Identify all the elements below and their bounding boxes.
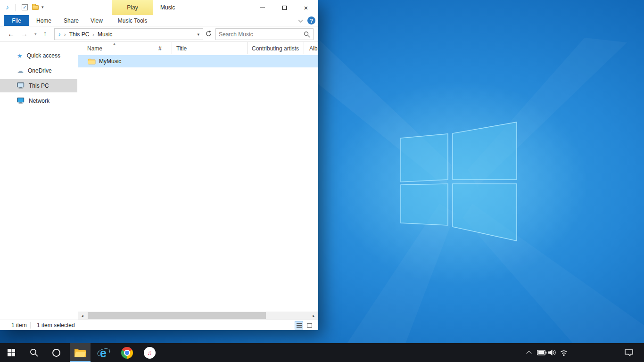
close-button[interactable]: × bbox=[295, 0, 317, 15]
sidebar-label: Network bbox=[29, 98, 50, 104]
up-button[interactable]: ↑ bbox=[43, 30, 47, 37]
minimize-icon bbox=[260, 8, 265, 8]
titlebar-divider bbox=[15, 4, 16, 11]
sidebar-item-quick-access[interactable]: ★ Quick access bbox=[0, 49, 77, 62]
scrollbar-thumb[interactable] bbox=[88, 312, 266, 319]
show-hidden-icons-button[interactable] bbox=[524, 343, 534, 362]
sidebar-item-network[interactable]: Network bbox=[0, 94, 77, 107]
details-view-icon bbox=[297, 323, 302, 328]
address-bar[interactable]: ♪ › This PC › Music ▾ bbox=[54, 28, 203, 40]
search-icon bbox=[30, 348, 39, 357]
sidebar-label: This PC bbox=[29, 82, 49, 89]
tab-view[interactable]: View bbox=[84, 15, 109, 26]
music-app-icon: ♪ bbox=[6, 3, 9, 11]
breadcrumb-music[interactable]: Music bbox=[98, 31, 112, 38]
internet-explorer-icon: e bbox=[97, 346, 111, 360]
refresh-button[interactable] bbox=[205, 30, 212, 39]
scroll-left-icon[interactable]: ◂ bbox=[78, 312, 86, 320]
sidebar-label: Quick access bbox=[27, 52, 60, 59]
ribbon-tabs: File Home Share View Music Tools ? bbox=[0, 15, 318, 26]
back-button[interactable]: ← bbox=[8, 30, 15, 38]
horizontal-scrollbar[interactable]: ◂ ▸ bbox=[78, 312, 318, 320]
status-bar: 1 item 1 item selected bbox=[0, 320, 318, 330]
battery-tray-button[interactable] bbox=[536, 343, 547, 362]
sidebar-item-onedrive[interactable]: ☁ OneDrive bbox=[0, 64, 77, 77]
file-list-pane: ▲ Name # Title Contributing artists Alb … bbox=[78, 42, 318, 312]
help-button[interactable]: ? bbox=[307, 16, 315, 25]
status-divider bbox=[30, 322, 31, 329]
minimize-button[interactable] bbox=[252, 0, 273, 15]
tab-music-tools[interactable]: Music Tools bbox=[112, 15, 153, 26]
action-center-icon bbox=[624, 349, 634, 357]
file-explorer-window: ♪ ✓ ▾ Play Music × File Home Share View … bbox=[0, 0, 318, 330]
selection-count: 1 item selected bbox=[37, 322, 75, 329]
breadcrumb-this-pc[interactable]: This PC bbox=[69, 31, 90, 38]
itunes-icon: ♫ bbox=[144, 347, 156, 359]
start-button[interactable] bbox=[1, 343, 22, 362]
file-name: MyMusic bbox=[99, 58, 121, 65]
cortana-icon bbox=[52, 349, 60, 357]
speaker-icon bbox=[548, 349, 557, 356]
qat-properties-icon[interactable]: ✓ bbox=[22, 4, 28, 10]
column-header-name[interactable]: Name bbox=[78, 42, 153, 54]
wifi-icon bbox=[559, 349, 569, 356]
forward-button[interactable]: → bbox=[21, 30, 28, 38]
large-icons-view-icon bbox=[307, 323, 312, 328]
breadcrumb-chevron-icon[interactable]: › bbox=[64, 32, 66, 37]
window-title: Music bbox=[160, 0, 175, 15]
contextual-tab-play[interactable]: Play bbox=[112, 0, 153, 15]
taskbar-file-explorer-button[interactable] bbox=[70, 343, 91, 362]
column-header-title[interactable]: Title bbox=[172, 42, 248, 54]
column-header-number[interactable]: # bbox=[153, 42, 172, 54]
search-icon[interactable] bbox=[304, 31, 310, 38]
sidebar-label: OneDrive bbox=[28, 67, 52, 74]
battery-icon bbox=[537, 350, 547, 355]
network-tray-button[interactable] bbox=[558, 343, 570, 362]
taskbar-internet-explorer-button[interactable]: e bbox=[93, 343, 114, 362]
refresh-icon bbox=[205, 30, 212, 37]
taskbar-search-button[interactable] bbox=[24, 343, 44, 362]
address-dropdown-icon[interactable]: ▾ bbox=[197, 32, 199, 37]
navigation-pane: ★ Quick access ☁ OneDrive This PC Networ… bbox=[0, 42, 78, 312]
network-icon bbox=[17, 98, 25, 104]
column-header-contributing-artists[interactable]: Contributing artists bbox=[248, 42, 304, 54]
cortana-button[interactable] bbox=[46, 343, 66, 362]
column-header-album[interactable]: Alb bbox=[304, 42, 318, 54]
search-box[interactable] bbox=[215, 28, 314, 40]
qat-new-folder-icon[interactable] bbox=[32, 5, 39, 10]
item-count: 1 item bbox=[11, 322, 27, 329]
star-icon: ★ bbox=[17, 52, 23, 59]
maximize-button[interactable] bbox=[273, 0, 295, 15]
windows-logo-icon bbox=[8, 349, 15, 356]
taskbar-chrome-button[interactable] bbox=[116, 343, 137, 362]
tab-share[interactable]: Share bbox=[58, 15, 84, 26]
tab-home[interactable]: Home bbox=[31, 15, 57, 26]
details-view-button[interactable] bbox=[295, 321, 303, 329]
taskbar: e ♫ bbox=[0, 343, 644, 362]
chevron-up-icon bbox=[526, 351, 531, 356]
titlebar[interactable]: ♪ ✓ ▾ Play Music × bbox=[0, 0, 318, 15]
music-folder-icon: ♪ bbox=[58, 31, 61, 38]
navigation-bar: ← → ▾ ↑ ♪ › This PC › Music ▾ bbox=[0, 26, 318, 42]
action-center-button[interactable] bbox=[622, 343, 636, 362]
breadcrumb-chevron-icon[interactable]: › bbox=[92, 32, 94, 37]
sidebar-item-this-pc[interactable]: This PC bbox=[0, 79, 77, 92]
search-input[interactable] bbox=[219, 31, 304, 38]
history-dropdown-icon[interactable]: ▾ bbox=[34, 32, 37, 36]
scroll-right-icon[interactable]: ▸ bbox=[310, 312, 318, 320]
large-icons-view-button[interactable] bbox=[305, 321, 314, 329]
computer-icon bbox=[17, 82, 25, 89]
chrome-icon bbox=[121, 347, 133, 359]
file-row-mymusic[interactable]: MyMusic bbox=[78, 55, 318, 67]
maximize-icon bbox=[282, 6, 287, 10]
cloud-icon: ☁ bbox=[17, 67, 24, 74]
file-explorer-icon bbox=[74, 348, 86, 358]
qat-dropdown-icon[interactable]: ▾ bbox=[41, 5, 44, 9]
folder-icon bbox=[88, 58, 96, 65]
expand-ribbon-icon[interactable] bbox=[298, 18, 303, 23]
taskbar-itunes-button[interactable]: ♫ bbox=[139, 343, 160, 362]
volume-tray-button[interactable] bbox=[547, 343, 558, 362]
tab-file[interactable]: File bbox=[4, 15, 29, 26]
close-icon: × bbox=[304, 4, 308, 12]
